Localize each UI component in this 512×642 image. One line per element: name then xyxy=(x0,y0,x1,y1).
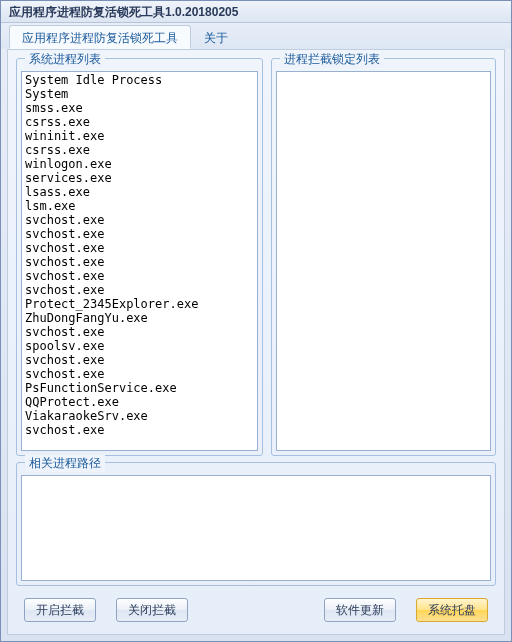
group-lock-list: 进程拦截锁定列表 xyxy=(271,58,496,456)
list-item[interactable]: svchost.exe xyxy=(23,325,256,339)
list-item[interactable]: ZhuDongFangYu.exe xyxy=(23,311,256,325)
list-item[interactable]: spoolsv.exe xyxy=(23,339,256,353)
tab-strip: 应用程序进程防复活锁死工具 关于 xyxy=(1,23,511,49)
list-item[interactable]: svchost.exe xyxy=(23,241,256,255)
start-button[interactable]: 开启拦截 xyxy=(24,598,96,622)
path-textbox[interactable] xyxy=(21,475,491,581)
group-lock-list-label: 进程拦截锁定列表 xyxy=(280,51,384,68)
button-row: 开启拦截 关闭拦截 软件更新 系统托盘 xyxy=(16,592,496,626)
top-row: 系统进程列表 System Idle ProcessSystemsmss.exe… xyxy=(16,58,496,456)
tray-button[interactable]: 系统托盘 xyxy=(416,598,488,622)
list-item[interactable]: csrss.exe xyxy=(23,143,256,157)
process-listbox[interactable]: System Idle ProcessSystemsmss.execsrss.e… xyxy=(21,71,258,451)
list-item[interactable]: lsass.exe xyxy=(23,185,256,199)
group-process-list: 系统进程列表 System Idle ProcessSystemsmss.exe… xyxy=(16,58,263,456)
list-item[interactable]: wininit.exe xyxy=(23,129,256,143)
list-item[interactable]: services.exe xyxy=(23,171,256,185)
list-item[interactable]: lsm.exe xyxy=(23,199,256,213)
list-item[interactable]: csrss.exe xyxy=(23,115,256,129)
group-process-list-label: 系统进程列表 xyxy=(25,51,105,68)
lock-listbox[interactable] xyxy=(276,71,491,451)
list-item[interactable]: ViakaraokeSrv.exe xyxy=(23,409,256,423)
tab-about[interactable]: 关于 xyxy=(191,25,241,49)
list-item[interactable]: svchost.exe xyxy=(23,269,256,283)
list-item[interactable]: winlogon.exe xyxy=(23,157,256,171)
list-item[interactable]: smss.exe xyxy=(23,101,256,115)
update-button[interactable]: 软件更新 xyxy=(324,598,396,622)
button-spacer xyxy=(208,598,304,622)
list-item[interactable]: PsFunctionService.exe xyxy=(23,381,256,395)
content-panel: 系统进程列表 System Idle ProcessSystemsmss.exe… xyxy=(7,49,505,635)
list-item[interactable]: Protect_2345Explorer.exe xyxy=(23,297,256,311)
group-path: 相关进程路径 xyxy=(16,462,496,586)
list-item[interactable]: svchost.exe xyxy=(23,283,256,297)
stop-button[interactable]: 关闭拦截 xyxy=(116,598,188,622)
list-item[interactable]: svchost.exe xyxy=(23,353,256,367)
group-path-label: 相关进程路径 xyxy=(25,455,105,472)
tab-main[interactable]: 应用程序进程防复活锁死工具 xyxy=(9,25,191,49)
list-item[interactable]: svchost.exe xyxy=(23,367,256,381)
list-item[interactable]: QQProtect.exe xyxy=(23,395,256,409)
list-item[interactable]: System Idle Process xyxy=(23,73,256,87)
list-item[interactable]: svchost.exe xyxy=(23,255,256,269)
window-title: 应用程序进程防复活锁死工具1.0.20180205 xyxy=(9,5,238,19)
list-item[interactable]: System xyxy=(23,87,256,101)
list-item[interactable]: svchost.exe xyxy=(23,213,256,227)
list-item[interactable]: svchost.exe xyxy=(23,227,256,241)
titlebar: 应用程序进程防复活锁死工具1.0.20180205 xyxy=(1,1,511,23)
app-window: 应用程序进程防复活锁死工具1.0.20180205 应用程序进程防复活锁死工具 … xyxy=(0,0,512,642)
list-item[interactable]: svchost.exe xyxy=(23,423,256,437)
